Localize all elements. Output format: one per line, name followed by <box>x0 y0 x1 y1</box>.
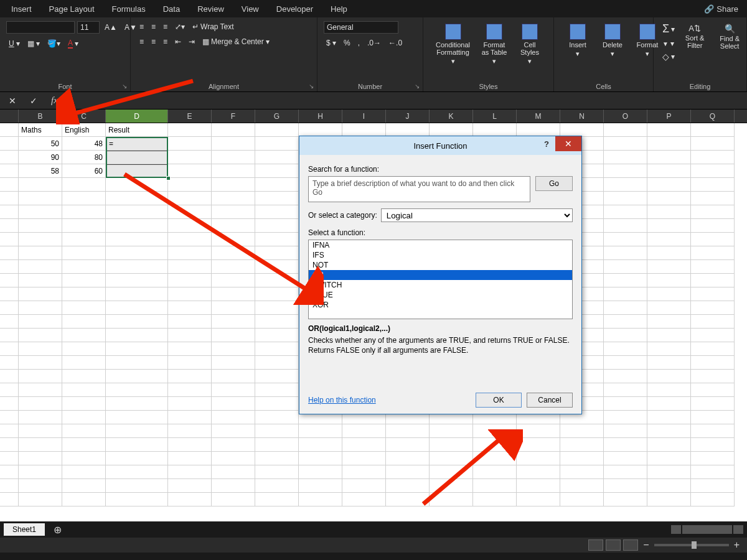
col-header-e[interactable]: E <box>168 110 212 123</box>
cell[interactable] <box>0 315 19 329</box>
cell[interactable] <box>604 178 647 192</box>
dialog-close-icon[interactable]: ✕ <box>555 136 581 151</box>
cell[interactable] <box>255 137 299 151</box>
cell[interactable] <box>168 301 212 315</box>
function-list-item[interactable]: IFS <box>309 250 572 260</box>
col-header-d[interactable]: D <box>106 110 168 123</box>
cell[interactable] <box>255 438 299 452</box>
col-header-p[interactable]: P <box>647 110 691 123</box>
horizontal-scrollbar[interactable] <box>671 525 743 534</box>
category-select[interactable]: Logical <box>381 208 573 222</box>
cell[interactable] <box>604 356 647 370</box>
cell[interactable] <box>19 397 62 411</box>
cell[interactable] <box>647 260 691 274</box>
cell[interactable] <box>386 424 430 438</box>
cell[interactable] <box>255 123 299 137</box>
cell[interactable] <box>647 137 691 151</box>
cell[interactable] <box>255 493 299 506</box>
cell[interactable] <box>106 493 168 506</box>
cell[interactable] <box>255 370 299 383</box>
cell[interactable] <box>62 274 106 287</box>
cell[interactable] <box>255 260 299 274</box>
cell[interactable] <box>0 438 19 452</box>
cell[interactable] <box>647 151 691 164</box>
cell[interactable] <box>106 438 168 452</box>
cell[interactable] <box>168 465 212 479</box>
cell[interactable] <box>517 424 560 438</box>
cell[interactable] <box>255 342 299 356</box>
cell[interactable] <box>0 370 19 383</box>
cell[interactable] <box>19 342 62 356</box>
cell[interactable] <box>604 287 647 301</box>
cell[interactable] <box>62 397 106 411</box>
cell[interactable] <box>212 438 255 452</box>
function-list-item[interactable]: XOR <box>309 300 572 310</box>
cell[interactable] <box>0 424 19 438</box>
cell[interactable] <box>604 479 647 493</box>
cell[interactable] <box>62 260 106 274</box>
cell[interactable] <box>168 178 212 192</box>
cell[interactable] <box>62 465 106 479</box>
col-header-l[interactable]: L <box>473 110 517 123</box>
cell[interactable] <box>647 164 691 178</box>
cell[interactable] <box>19 260 62 274</box>
cell[interactable] <box>168 397 212 411</box>
cell[interactable] <box>691 493 735 506</box>
cell[interactable] <box>647 383 691 397</box>
cell[interactable] <box>517 493 560 506</box>
add-sheet-icon[interactable]: ⊕ <box>49 524 67 536</box>
cell[interactable] <box>647 438 691 452</box>
cell[interactable] <box>168 411 212 424</box>
cell[interactable] <box>647 205 691 219</box>
cell[interactable] <box>212 164 255 178</box>
comma-format-icon[interactable]: , <box>355 37 362 49</box>
cell[interactable] <box>0 192 19 205</box>
cell[interactable] <box>19 370 62 383</box>
align-top-icon[interactable]: ≡ <box>137 21 146 32</box>
cell[interactable] <box>691 411 735 424</box>
cell[interactable] <box>212 424 255 438</box>
cancel-button[interactable]: Cancel <box>527 393 573 408</box>
cell[interactable] <box>19 274 62 287</box>
font-color-button[interactable]: A▾ <box>65 37 81 50</box>
cell[interactable] <box>168 233 212 246</box>
cell[interactable] <box>560 424 604 438</box>
cell[interactable] <box>168 287 212 301</box>
cell[interactable] <box>691 192 735 205</box>
tab-formulas[interactable]: Formulas <box>103 2 154 16</box>
cell[interactable] <box>212 301 255 315</box>
cell[interactable] <box>62 219 106 233</box>
cell[interactable] <box>0 329 19 342</box>
tab-view[interactable]: View <box>233 2 268 16</box>
cell[interactable] <box>473 465 517 479</box>
cell[interactable] <box>691 479 735 493</box>
cell[interactable] <box>517 452 560 465</box>
cell[interactable] <box>106 397 168 411</box>
cell[interactable]: Result <box>106 123 168 137</box>
cell[interactable] <box>691 246 735 260</box>
help-on-function-link[interactable]: Help on this function <box>308 396 376 404</box>
cell[interactable] <box>604 465 647 479</box>
cell[interactable] <box>255 424 299 438</box>
cell[interactable] <box>691 123 735 137</box>
cell[interactable] <box>168 151 212 164</box>
cell[interactable] <box>0 274 19 287</box>
decrease-indent-icon[interactable]: ⇤ <box>172 36 184 47</box>
align-middle-icon[interactable]: ≡ <box>149 21 158 32</box>
cell[interactable] <box>106 260 168 274</box>
tab-review[interactable]: Review <box>189 2 233 16</box>
cell[interactable] <box>0 260 19 274</box>
cell[interactable] <box>604 411 647 424</box>
font-dialog-launcher-icon[interactable]: ↘ <box>120 82 129 90</box>
cell[interactable] <box>604 192 647 205</box>
cell[interactable] <box>647 397 691 411</box>
wrap-text-button[interactable]: ↵ Wrap Text <box>190 21 237 32</box>
cell[interactable] <box>212 329 255 342</box>
cell[interactable] <box>647 356 691 370</box>
cell[interactable] <box>212 479 255 493</box>
cell[interactable] <box>691 342 735 356</box>
cell[interactable] <box>604 315 647 329</box>
cell[interactable] <box>604 438 647 452</box>
autosum-icon[interactable]: ▾ <box>660 21 677 37</box>
cell[interactable] <box>168 383 212 397</box>
